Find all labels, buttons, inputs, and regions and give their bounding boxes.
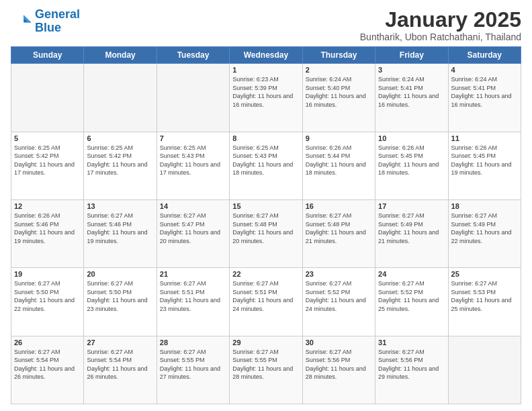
day-info: Sunrise: 6:25 AMSunset: 5:43 PMDaylight:… <box>232 144 299 177</box>
day-number: 13 <box>87 202 153 210</box>
calendar-week-row: 26Sunrise: 6:27 AMSunset: 5:54 PMDayligh… <box>11 336 521 404</box>
day-info: Sunrise: 6:27 AMSunset: 5:50 PMDaylight:… <box>87 279 153 313</box>
day-number: 4 <box>451 66 518 74</box>
day-number: 28 <box>160 338 226 347</box>
table-row: 22Sunrise: 6:27 AMSunset: 5:51 PMDayligh… <box>230 268 302 336</box>
calendar-week-row: 5Sunrise: 6:25 AMSunset: 5:42 PMDaylight… <box>11 132 521 199</box>
day-info: Sunrise: 6:27 AMSunset: 5:51 PMDaylight:… <box>232 279 299 313</box>
day-info: Sunrise: 6:23 AMSunset: 5:39 PMDaylight:… <box>232 75 299 109</box>
header: General Blue January 2025 Buntharik, Ubo… <box>11 8 521 42</box>
day-info: Sunrise: 6:25 AMSunset: 5:42 PMDaylight:… <box>87 144 153 177</box>
day-info: Sunrise: 6:27 AMSunset: 5:50 PMDaylight:… <box>14 279 81 313</box>
day-info: Sunrise: 6:25 AMSunset: 5:42 PMDaylight:… <box>14 144 81 177</box>
table-row: 31Sunrise: 6:27 AMSunset: 5:56 PMDayligh… <box>375 336 448 404</box>
day-number: 31 <box>378 338 445 347</box>
table-row: 21Sunrise: 6:27 AMSunset: 5:51 PMDayligh… <box>157 268 229 336</box>
col-friday: Friday <box>375 47 448 64</box>
day-number: 19 <box>14 270 81 278</box>
table-row <box>448 336 521 404</box>
day-number: 2 <box>306 66 372 74</box>
table-row: 4Sunrise: 6:24 AMSunset: 5:41 PMDaylight… <box>448 64 521 132</box>
day-number: 27 <box>87 338 153 347</box>
day-info: Sunrise: 6:27 AMSunset: 5:56 PMDaylight:… <box>306 348 372 381</box>
day-info: Sunrise: 6:27 AMSunset: 5:54 PMDaylight:… <box>87 348 153 381</box>
day-number: 9 <box>306 134 372 142</box>
table-row: 12Sunrise: 6:26 AMSunset: 5:46 PMDayligh… <box>11 199 84 267</box>
table-row: 11Sunrise: 6:26 AMSunset: 5:45 PMDayligh… <box>448 132 521 199</box>
day-info: Sunrise: 6:24 AMSunset: 5:41 PMDaylight:… <box>451 75 518 109</box>
table-row: 14Sunrise: 6:27 AMSunset: 5:47 PMDayligh… <box>157 199 229 267</box>
calendar-table: Sunday Monday Tuesday Wednesday Thursday… <box>11 46 521 404</box>
col-wednesday: Wednesday <box>230 47 302 64</box>
table-row: 8Sunrise: 6:25 AMSunset: 5:43 PMDaylight… <box>230 132 302 199</box>
day-number: 6 <box>87 134 153 142</box>
day-number: 25 <box>451 270 518 278</box>
day-info: Sunrise: 6:24 AMSunset: 5:40 PMDaylight:… <box>306 75 372 109</box>
logo: General Blue <box>11 8 80 35</box>
subtitle: Buntharik, Ubon Ratchathani, Thailand <box>360 32 521 42</box>
day-info: Sunrise: 6:24 AMSunset: 5:41 PMDaylight:… <box>378 75 445 109</box>
table-row: 3Sunrise: 6:24 AMSunset: 5:41 PMDaylight… <box>375 64 448 132</box>
day-info: Sunrise: 6:27 AMSunset: 5:49 PMDaylight:… <box>378 212 445 245</box>
logo-text: General Blue <box>35 8 80 35</box>
table-row: 16Sunrise: 6:27 AMSunset: 5:48 PMDayligh… <box>302 199 375 267</box>
page: General Blue January 2025 Buntharik, Ubo… <box>0 0 532 411</box>
day-info: Sunrise: 6:27 AMSunset: 5:55 PMDaylight:… <box>232 348 299 381</box>
table-row: 5Sunrise: 6:25 AMSunset: 5:42 PMDaylight… <box>11 132 84 199</box>
col-sunday: Sunday <box>11 47 84 64</box>
day-number: 14 <box>160 202 226 210</box>
day-info: Sunrise: 6:26 AMSunset: 5:46 PMDaylight:… <box>14 212 81 245</box>
day-number: 20 <box>87 270 153 278</box>
day-info: Sunrise: 6:27 AMSunset: 5:51 PMDaylight:… <box>160 279 226 313</box>
day-number: 8 <box>232 134 299 142</box>
day-info: Sunrise: 6:27 AMSunset: 5:52 PMDaylight:… <box>378 279 445 313</box>
day-number: 3 <box>378 66 445 74</box>
col-saturday: Saturday <box>448 47 521 64</box>
day-info: Sunrise: 6:27 AMSunset: 5:49 PMDaylight:… <box>451 212 518 245</box>
day-number: 10 <box>378 134 445 142</box>
day-info: Sunrise: 6:26 AMSunset: 5:44 PMDaylight:… <box>306 144 372 177</box>
day-number: 5 <box>14 134 81 142</box>
logo-icon <box>11 11 32 32</box>
day-number: 11 <box>451 134 518 142</box>
table-row: 2Sunrise: 6:24 AMSunset: 5:40 PMDaylight… <box>302 64 375 132</box>
col-tuesday: Tuesday <box>157 47 229 64</box>
month-title: January 2025 <box>360 8 521 32</box>
day-number: 26 <box>14 338 81 347</box>
logo-line1: General <box>35 7 80 21</box>
table-row: 30Sunrise: 6:27 AMSunset: 5:56 PMDayligh… <box>302 336 375 404</box>
calendar-week-row: 19Sunrise: 6:27 AMSunset: 5:50 PMDayligh… <box>11 268 521 336</box>
day-info: Sunrise: 6:27 AMSunset: 5:56 PMDaylight:… <box>378 348 445 381</box>
table-row: 17Sunrise: 6:27 AMSunset: 5:49 PMDayligh… <box>375 199 448 267</box>
table-row: 1Sunrise: 6:23 AMSunset: 5:39 PMDaylight… <box>230 64 302 132</box>
calendar-week-row: 12Sunrise: 6:26 AMSunset: 5:46 PMDayligh… <box>11 199 521 267</box>
day-info: Sunrise: 6:27 AMSunset: 5:46 PMDaylight:… <box>87 212 153 245</box>
title-block: January 2025 Buntharik, Ubon Ratchathani… <box>360 8 521 42</box>
col-monday: Monday <box>84 47 157 64</box>
table-row: 9Sunrise: 6:26 AMSunset: 5:44 PMDaylight… <box>302 132 375 199</box>
day-number: 29 <box>232 338 299 347</box>
table-row: 18Sunrise: 6:27 AMSunset: 5:49 PMDayligh… <box>448 199 521 267</box>
col-thursday: Thursday <box>302 47 375 64</box>
day-info: Sunrise: 6:27 AMSunset: 5:52 PMDaylight:… <box>306 279 372 313</box>
table-row: 23Sunrise: 6:27 AMSunset: 5:52 PMDayligh… <box>302 268 375 336</box>
day-number: 15 <box>232 202 299 210</box>
day-number: 22 <box>232 270 299 278</box>
table-row: 19Sunrise: 6:27 AMSunset: 5:50 PMDayligh… <box>11 268 84 336</box>
table-row: 26Sunrise: 6:27 AMSunset: 5:54 PMDayligh… <box>11 336 84 404</box>
day-info: Sunrise: 6:27 AMSunset: 5:54 PMDaylight:… <box>14 348 81 381</box>
table-row: 6Sunrise: 6:25 AMSunset: 5:42 PMDaylight… <box>84 132 157 199</box>
day-number: 1 <box>232 66 299 74</box>
day-info: Sunrise: 6:27 AMSunset: 5:53 PMDaylight:… <box>451 279 518 313</box>
table-row <box>11 64 84 132</box>
table-row: 25Sunrise: 6:27 AMSunset: 5:53 PMDayligh… <box>448 268 521 336</box>
day-info: Sunrise: 6:27 AMSunset: 5:47 PMDaylight:… <box>160 212 226 245</box>
day-info: Sunrise: 6:27 AMSunset: 5:48 PMDaylight:… <box>232 212 299 245</box>
table-row: 24Sunrise: 6:27 AMSunset: 5:52 PMDayligh… <box>375 268 448 336</box>
day-number: 24 <box>378 270 445 278</box>
day-number: 7 <box>160 134 226 142</box>
day-info: Sunrise: 6:27 AMSunset: 5:55 PMDaylight:… <box>160 348 226 381</box>
day-number: 17 <box>378 202 445 210</box>
table-row: 28Sunrise: 6:27 AMSunset: 5:55 PMDayligh… <box>157 336 229 404</box>
logo-line2: Blue <box>35 21 61 34</box>
